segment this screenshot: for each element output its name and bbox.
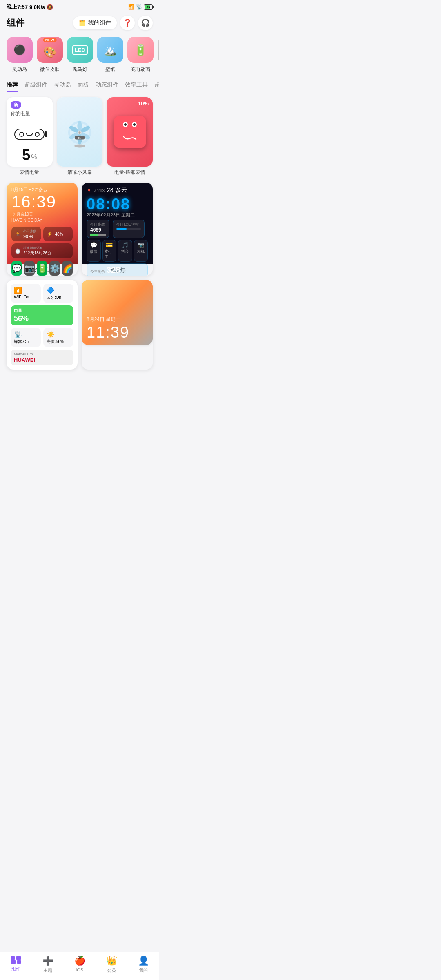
steps-icon: 🏃 (15, 231, 21, 237)
category-charge[interactable]: 🔋 充电动画 (127, 37, 154, 73)
battery-percent-display: 5 % (11, 148, 49, 163)
bar1 (90, 234, 94, 236)
pmd-today-label: 今日已过10时 (116, 222, 141, 227)
category-icon-wechat: NEW 🎨 (37, 37, 63, 63)
fan-widget-card[interactable]: ON (57, 97, 103, 167)
wifi-widget-card[interactable]: 📶 WIFI:On 🔷 蓝牙:On 电量 56% 📡 (7, 280, 78, 370)
category-dynamic-island[interactable]: ⚫ 灵动岛 (7, 37, 33, 73)
pmd-time: 08:08 (87, 196, 148, 212)
category-label-dynamic-island: 灵动岛 (12, 66, 27, 73)
wechat-app-icon: 💬 (11, 261, 22, 276)
battery-cell-label: 电量 (14, 308, 22, 314)
category-icon-led: LED (67, 37, 93, 63)
pmd-progress-bar (116, 228, 141, 230)
emoji-mouth-svg (122, 135, 138, 142)
status-bar: 晚上7:57 9.0K/s 🔕 📶 📡 59 (0, 0, 159, 12)
emoji-eyes (123, 122, 137, 127)
category-earphone[interactable]: 🎧 耳机 (158, 37, 159, 73)
photos-app-icon: 🌈 (62, 261, 73, 276)
tab-navigation: 推荐 超级组件 灵动岛 面板 动态组件 效率工具 超小 (0, 78, 159, 92)
face-left-eye (19, 132, 24, 137)
new-badge: NEW (43, 38, 57, 42)
category-label-wechat: 微信皮肤 (40, 66, 60, 73)
pmd-widget-card[interactable]: 📍 天河区 28°多云 08:08 2023年02月23日 星期二 今日步数 4… (82, 183, 153, 276)
clock-widget-card[interactable]: 8月24日 星期一 11:39 (82, 280, 153, 370)
wechat-icon: 🎨 (43, 46, 56, 58)
tab-recommend[interactable]: 推荐 (7, 78, 18, 92)
pmd-app-alipay: 💳 支付宝 (102, 240, 117, 262)
battery-icon-ios16: ⚡ (47, 231, 53, 237)
battery-number: 5 (22, 148, 30, 163)
widget-content: 新 你的电量 5 % (0, 92, 159, 406)
emoji-percent: 10% (138, 100, 149, 107)
pmd-date: 2023年02月23日 星期二 (87, 212, 148, 218)
ios16-date: 8月15日 • 22°多云 (11, 187, 73, 193)
ios16-widget-card[interactable]: 8月15日 • 22°多云 16:39 ☽ 月余10天 HAVE NICE DA… (7, 183, 78, 276)
face-battery (14, 129, 45, 140)
pmd-app-camera: 📷 相机 (134, 240, 148, 262)
labels-row-1: 表情电量 清凉小风扇 电量-膨胀表情 (7, 167, 153, 178)
svg-point-4 (77, 121, 82, 131)
emoji-right-eye (132, 122, 137, 127)
ios16-cell-battery: ⚡ 48% (43, 227, 73, 241)
emoji-face (114, 116, 146, 148)
tab-super-widget[interactable]: 超级组件 (24, 78, 47, 92)
my-widgets-button[interactable]: 🗂️ 我的组件 (73, 16, 117, 29)
widget-row-3: 📶 WIFI:On 🔷 蓝牙:On 电量 56% 📡 (7, 280, 153, 370)
bluetooth-label: 蓝牙:On (47, 295, 61, 301)
ios16-motto: HAVE NICE DAY (11, 218, 73, 223)
pmd-progress-fill (116, 228, 127, 230)
wifi-cell: 📶 WIFI:On (11, 284, 41, 303)
page-title: 组件 (7, 17, 24, 29)
pmd-days-unit: 天 (122, 268, 126, 274)
battery-indicator: 59 (144, 4, 153, 10)
wifi-cell-icon: 📶 (14, 286, 22, 294)
ios16-countdown: ⏱️ 距离新年还有 212天18时26分 (11, 243, 73, 258)
widget-row-2: 8月15日 • 22°多云 16:39 ☽ 月余10天 HAVE NICE DA… (7, 183, 153, 276)
led-icon: LED (72, 45, 88, 55)
headset-icon: 🎧 (141, 18, 150, 27)
category-label-led: 跑马灯 (73, 66, 87, 73)
emoji-widget-card[interactable]: 10% (107, 97, 153, 167)
layers-icon: 🗂️ (79, 20, 86, 26)
category-wallpaper[interactable]: 🏔️ 壁纸 (97, 37, 123, 73)
svg-point-2 (74, 144, 85, 147)
clock-widget-content: 8月24日 星期一 11:39 (82, 280, 153, 345)
emoji-left-eye (123, 122, 128, 127)
category-wechat[interactable]: NEW 🎨 微信皮肤 (37, 37, 63, 73)
tab-dynamic-widget[interactable]: 动态组件 (96, 78, 118, 92)
widget-section: 新 你的电量 5 % (0, 92, 159, 370)
camera-app-icon: 📷 (24, 261, 35, 276)
wechat-icon-pmd: 💬 (90, 242, 97, 248)
tab-mini[interactable]: 超小 (154, 78, 159, 92)
headset-button[interactable]: 🎧 (138, 16, 153, 30)
ios16-widget-content: 8月15日 • 22°多云 16:39 ☽ 月余10天 HAVE NICE DA… (7, 183, 78, 264)
widget-row-1: 新 你的电量 5 % (7, 97, 153, 167)
moon-icon: ☽ (11, 212, 15, 216)
battery-widget-card[interactable]: 新 你的电量 5 % (7, 97, 53, 167)
wifi-cell-label: WIFI:On (14, 295, 29, 299)
network-speed: 9.0K/s (29, 4, 45, 10)
category-led[interactable]: LED 跑马灯 (67, 37, 93, 73)
huawei-cell: Mate40 Pro HUAWEI (11, 350, 74, 365)
fan-svg: ON (63, 116, 96, 148)
help-icon: ❓ (123, 18, 132, 27)
header: 组件 🗂️ 我的组件 ❓ 🎧 (0, 12, 159, 35)
device-model: Mate40 Pro (14, 352, 33, 356)
tab-dynamic-island[interactable]: 灵动岛 (54, 78, 71, 92)
category-label-charge: 充电动画 (131, 66, 150, 73)
wifi-icon: 📡 (136, 4, 142, 10)
tab-efficiency[interactable]: 效率工具 (125, 78, 148, 92)
countdown-icon: ⏱️ (15, 248, 21, 254)
category-label-wallpaper: 壁纸 (105, 66, 115, 73)
tab-panel[interactable]: 面板 (78, 78, 89, 92)
help-button[interactable]: ❓ (120, 16, 135, 30)
svg-text:ON: ON (78, 137, 81, 139)
battery-text: 59 (147, 5, 150, 9)
battery-cell: 电量 56% (11, 305, 74, 325)
ios16-grid: 🏃 今日步数 9999 ⚡ 48% (11, 227, 73, 241)
wifi-widget-content: 📶 WIFI:On 🔷 蓝牙:On 电量 56% 📡 (7, 280, 78, 370)
pmd-steps-num: 4669 (90, 227, 106, 233)
bar3 (98, 234, 102, 236)
ios16-time: 16:39 (11, 194, 73, 210)
